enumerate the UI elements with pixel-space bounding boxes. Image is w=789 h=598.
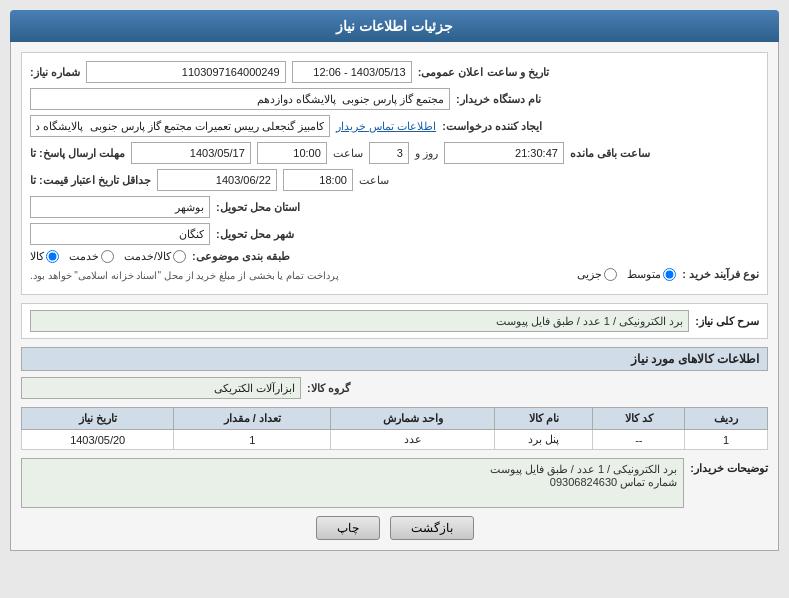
shahr-input[interactable] — [30, 223, 210, 245]
col-radif: ردیف — [685, 408, 768, 430]
col-amount: تعداد / مقدار — [174, 408, 331, 430]
creator-input[interactable] — [30, 115, 330, 137]
row-tabaghe: طبقه بندی موضوعی: کالا/خدمت خدمت کالا — [30, 250, 759, 263]
col-unit: واحد شمارش — [331, 408, 494, 430]
info-title: اطلاعات کالاهای مورد نیاز — [21, 347, 768, 371]
jadval-label: جداقل تاریخ اعتبار قیمت: تا — [30, 174, 151, 187]
cell-name: پنل برد — [494, 430, 593, 450]
group-input[interactable] — [21, 377, 301, 399]
back-button[interactable]: بازگشت — [390, 516, 474, 540]
time-label1: ساعت — [333, 147, 363, 160]
tabaghe-label: طبقه بندی موضوعی: — [192, 250, 290, 263]
date-input[interactable] — [292, 61, 412, 83]
date-label: تاریخ و ساعت اعلان عمومی: — [418, 66, 549, 79]
days-input[interactable] — [369, 142, 409, 164]
table-section: ردیف کد کالا نام کالا واحد شمارش تعداد /… — [21, 407, 768, 450]
items-table: ردیف کد کالا نام کالا واحد شمارش تعداد /… — [21, 407, 768, 450]
col-name: نام کالا — [494, 408, 593, 430]
serh-input[interactable] — [30, 310, 689, 332]
tabaghe-option-khedmat[interactable]: خدمت — [69, 250, 114, 263]
farouand-label: نوع فرآیند خرید : — [682, 268, 759, 281]
ostan-input[interactable] — [30, 196, 210, 218]
main-content: تاریخ و ساعت اعلان عمومی: شماره نیاز: نا… — [10, 42, 779, 551]
serh-section: سرح کلی نیاز: — [21, 303, 768, 339]
tabaghe-radio-group: کالا/خدمت خدمت کالا — [30, 250, 186, 263]
remain-label: ساعت باقی مانده — [570, 147, 650, 160]
creator-label: ایجاد کننده درخواست: — [442, 120, 542, 133]
serh-label: سرح کلی نیاز: — [695, 315, 759, 328]
farouand-option-jozyi[interactable]: جزیی — [577, 268, 617, 281]
cell-amount: 1 — [174, 430, 331, 450]
description-section: توضیحات خریدار: — [21, 458, 768, 508]
shahr-label: شهر محل تحویل: — [216, 228, 294, 241]
time-label2: ساعت — [359, 174, 389, 187]
tabaghe-option-khadamat[interactable]: کالا/خدمت — [124, 250, 186, 263]
mabda-time-input[interactable] — [257, 142, 327, 164]
col-date: تاریخ نیاز — [22, 408, 174, 430]
group-row: گروه کالا: — [21, 377, 768, 399]
row-jadval: ساعت جداقل تاریخ اعتبار قیمت: تا — [30, 169, 759, 191]
cell-radif: 1 — [685, 430, 768, 450]
page-title: جزئیات اطلاعات نیاز — [336, 18, 453, 34]
shomara-label: شماره نیاز: — [30, 66, 80, 79]
row-creator: ایجاد کننده درخواست: اطلاعات تماس خریدار — [30, 115, 759, 137]
desc-label: توضیحات خریدار: — [690, 458, 768, 475]
form-section: تاریخ و ساعت اعلان عمومی: شماره نیاز: نا… — [21, 52, 768, 295]
farouand-option-motavaset[interactable]: متوسط — [627, 268, 676, 281]
mabda-label: مهلت ارسال پاسخ: تا — [30, 147, 125, 160]
row-shahr: شهر محل تحویل: — [30, 223, 759, 245]
jadval-time-input[interactable] — [283, 169, 353, 191]
day-label: روز و — [415, 147, 438, 160]
farouand-radio-group: متوسط جزیی — [577, 268, 676, 281]
kharidar-input[interactable] — [30, 88, 450, 110]
col-code: کد کالا — [593, 408, 685, 430]
kharidar-label: نام دستگاه خریدار: — [456, 93, 541, 106]
page-header: جزئیات اطلاعات نیاز — [10, 10, 779, 42]
page-wrapper: جزئیات اطلاعات نیاز تاریخ و ساعت اعلان ع… — [0, 0, 789, 598]
row-shomara: تاریخ و ساعت اعلان عمومی: شماره نیاز: — [30, 61, 759, 83]
desc-textarea[interactable] — [21, 458, 684, 508]
cell-date: 1403/05/20 — [22, 430, 174, 450]
info-section: اطلاعات کالاهای مورد نیاز گروه کالا: — [21, 347, 768, 399]
jadval-date-input[interactable] — [157, 169, 277, 191]
shomara-input[interactable] — [86, 61, 286, 83]
remain-input[interactable] — [444, 142, 564, 164]
print-button[interactable]: چاپ — [316, 516, 380, 540]
cell-code: -- — [593, 430, 685, 450]
buttons-row: بازگشت چاپ — [21, 516, 768, 540]
mabda-date-input[interactable] — [131, 142, 251, 164]
row-ostan: استان محل تحویل: — [30, 196, 759, 218]
cell-unit: عدد — [331, 430, 494, 450]
tabaghe-option-kala[interactable]: کالا — [30, 250, 59, 263]
ostan-label: استان محل تحویل: — [216, 201, 300, 214]
payment-note: پرداخت تمام یا بخشی از مبلغ خرید از محل … — [30, 270, 339, 281]
group-label: گروه کالا: — [307, 382, 350, 395]
table-row: 1 -- پنل برد عدد 1 1403/05/20 — [22, 430, 768, 450]
row-kharidar: نام دستگاه خریدار: — [30, 88, 759, 110]
contact-link[interactable]: اطلاعات تماس خریدار — [336, 120, 436, 133]
row-mabda: ساعت باقی مانده روز و ساعت مهلت ارسال پا… — [30, 142, 759, 164]
row-farouand: نوع فرآیند خرید : متوسط جزیی پرداخت تمام… — [30, 268, 759, 281]
